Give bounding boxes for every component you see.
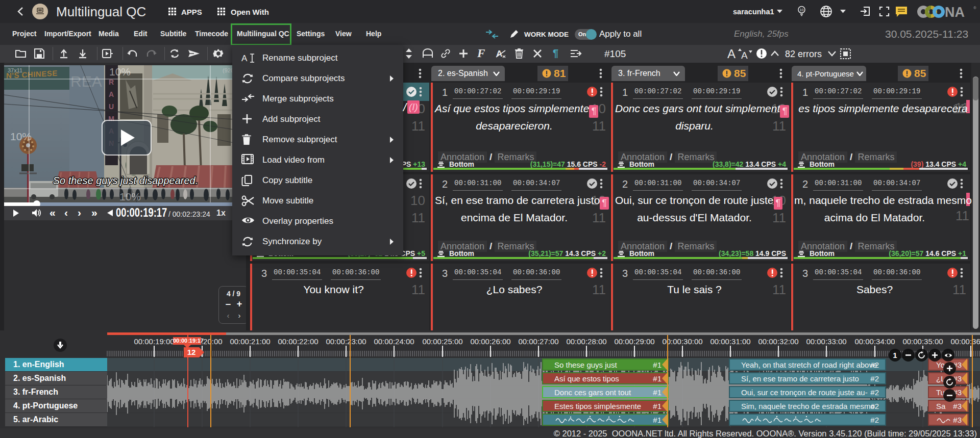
svg-text:37x11: 37x11 [8, 67, 22, 73]
svg-text:®: ® [973, 6, 976, 10]
svg-text:A: A [496, 49, 502, 59]
svg-text:A: A [241, 54, 248, 63]
svg-text:10: 10 [800, 8, 804, 12]
svg-text:NA: NA [945, 5, 965, 18]
svg-text:A: A [741, 50, 748, 60]
svg-text:10%: 10% [119, 191, 141, 202]
svg-text:So these guys just disappeared: So these guys just disappeared. [53, 175, 199, 186]
svg-text:10%: 10% [10, 131, 32, 142]
svg-text:10%: 10% [109, 66, 131, 78]
svg-text:A: A [727, 47, 736, 60]
